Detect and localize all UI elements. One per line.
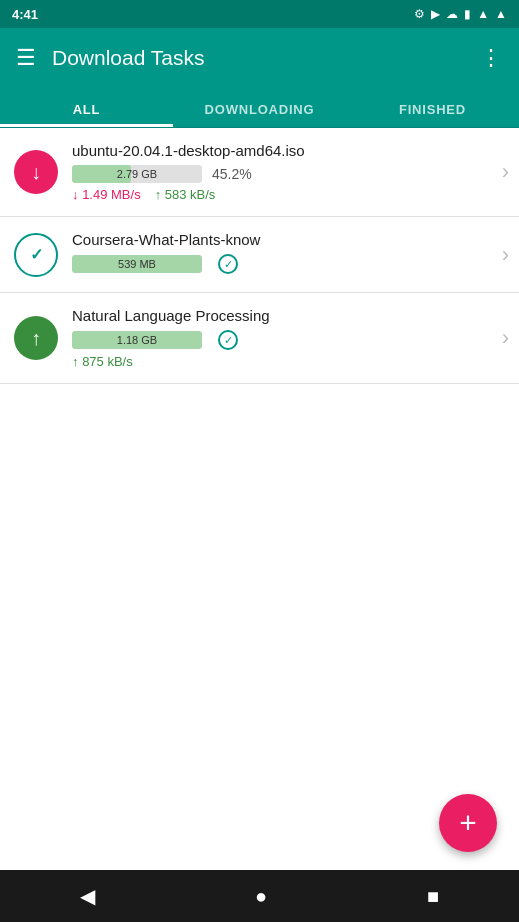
tabs-bar: ALL DOWNLOADING FINISHED — [0, 88, 519, 128]
progress-size-ubuntu: 2.79 GB — [72, 165, 202, 183]
list-item[interactable]: ↓ ubuntu-20.04.1-desktop-amd64.iso 2.79 … — [0, 128, 519, 217]
arrow-up-speed-icon-nlp: ↑ — [72, 354, 82, 369]
item-name-ubuntu: ubuntu-20.04.1-desktop-amd64.iso — [72, 142, 494, 159]
item-speeds-ubuntu: ↓ 1.49 MB/s ↑ 583 kB/s — [72, 187, 494, 202]
settings-status-icon: ⚙ — [414, 7, 425, 21]
tab-downloading[interactable]: DOWNLOADING — [173, 88, 346, 127]
arrow-up-icon: ↑ — [31, 327, 41, 350]
recents-button[interactable]: ■ — [427, 885, 439, 908]
item-content-coursera: Coursera-What-Plants-know 539 MB — [72, 231, 494, 278]
tab-all[interactable]: ALL — [0, 88, 173, 127]
speed-down-ubuntu: ↓ 1.49 MB/s — [72, 187, 141, 202]
checkmark-icon: ✓ — [30, 245, 43, 264]
list-item[interactable]: ✓ Coursera-What-Plants-know 539 MB › — [0, 217, 519, 293]
bottom-nav-bar: ◀ ● ■ — [0, 870, 519, 922]
battery-status-icon: ▮ — [464, 7, 471, 21]
complete-icon-circle: ✓ — [14, 233, 58, 277]
status-bar: 4:41 ⚙ ▶ ☁ ▮ ▲ ▲ — [0, 0, 519, 28]
list-item[interactable]: ↑ Natural Language Processing 1.18 GB ↑ … — [0, 293, 519, 384]
item-speeds-nlp: ↑ 875 kB/s — [72, 354, 494, 369]
speed-up-ubuntu: ↑ 583 kB/s — [155, 187, 216, 202]
item-progress-row-ubuntu: 2.79 GB 45.2% — [72, 165, 494, 183]
item-progress-row-nlp: 1.18 GB — [72, 330, 494, 350]
status-time: 4:41 — [12, 7, 38, 22]
item-name-coursera: Coursera-What-Plants-know — [72, 231, 494, 248]
more-options-icon[interactable]: ⋮ — [480, 45, 503, 71]
play-status-icon: ▶ — [431, 7, 440, 21]
item-content-nlp: Natural Language Processing 1.18 GB ↑ 87… — [72, 307, 494, 369]
signal-status-icon: ▲ — [495, 7, 507, 21]
arrow-down-speed-icon: ↓ — [72, 187, 82, 202]
wifi-status-icon: ▲ — [477, 7, 489, 21]
check-complete-coursera — [218, 254, 238, 274]
upload-icon-circle: ↑ — [14, 316, 58, 360]
progress-size-coursera: 539 MB — [72, 255, 202, 273]
download-icon-circle: ↓ — [14, 150, 58, 194]
arrow-down-icon: ↓ — [31, 161, 41, 184]
chevron-right-icon: › — [502, 242, 509, 268]
progress-bar-coursera: 539 MB — [72, 255, 202, 273]
item-name-nlp: Natural Language Processing — [72, 307, 494, 324]
back-button[interactable]: ◀ — [80, 884, 95, 908]
page-title: Download Tasks — [52, 46, 205, 70]
content-area: ↓ ubuntu-20.04.1-desktop-amd64.iso 2.79 … — [0, 128, 519, 384]
status-icons: ⚙ ▶ ☁ ▮ ▲ ▲ — [414, 7, 507, 21]
toolbar-left: ☰ Download Tasks — [16, 45, 205, 71]
tab-finished[interactable]: FINISHED — [346, 88, 519, 127]
home-button[interactable]: ● — [255, 885, 267, 908]
cloud-status-icon: ☁ — [446, 7, 458, 21]
progress-bar-nlp: 1.18 GB — [72, 331, 202, 349]
check-complete-nlp — [218, 330, 238, 350]
add-fab-button[interactable]: + — [439, 794, 497, 852]
progress-bar-ubuntu: 2.79 GB — [72, 165, 202, 183]
item-content-ubuntu: ubuntu-20.04.1-desktop-amd64.iso 2.79 GB… — [72, 142, 494, 202]
progress-size-nlp: 1.18 GB — [72, 331, 202, 349]
progress-pct-ubuntu: 45.2% — [212, 166, 252, 182]
menu-icon[interactable]: ☰ — [16, 45, 36, 71]
plus-icon: + — [459, 808, 477, 838]
chevron-right-icon: › — [502, 159, 509, 185]
speed-up-nlp: ↑ 875 kB/s — [72, 354, 133, 369]
item-progress-row-coursera: 539 MB — [72, 254, 494, 274]
chevron-right-icon: › — [502, 325, 509, 351]
arrow-up-speed-icon: ↑ — [155, 187, 165, 202]
toolbar: ☰ Download Tasks ⋮ — [0, 28, 519, 88]
